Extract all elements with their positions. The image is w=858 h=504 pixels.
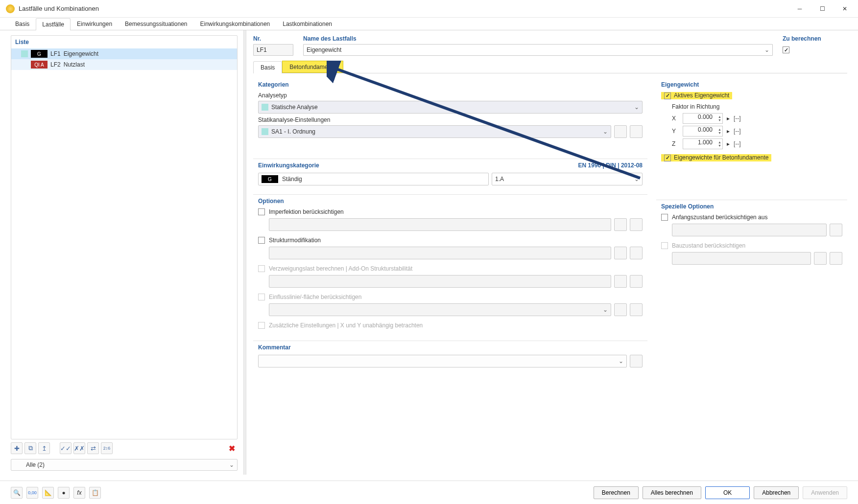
lc-code: LF1 bbox=[50, 50, 61, 57]
titlebar: Lastfälle und Kombinationen ─ ☐ ✕ bbox=[0, 0, 858, 18]
list-header: Liste bbox=[11, 36, 237, 48]
copy-icon[interactable]: ⧉ bbox=[24, 442, 36, 454]
tab-bemessung[interactable]: Bemessungssituationen bbox=[119, 18, 193, 30]
ok-button[interactable]: OK bbox=[705, 486, 750, 499]
tab-basis[interactable]: Basis bbox=[9, 18, 36, 30]
maximize-button[interactable]: ☐ bbox=[811, 1, 834, 16]
imperfektion-combo[interactable] bbox=[269, 218, 611, 231]
imperfektion-check[interactable] bbox=[258, 208, 265, 215]
zusatz-check bbox=[258, 322, 265, 329]
struktur-check[interactable] bbox=[258, 237, 265, 244]
anfang-check[interactable] bbox=[661, 214, 668, 221]
list-item[interactable]: G LF1 Eigengewicht bbox=[11, 48, 237, 59]
kommentar-title: Kommentar bbox=[258, 344, 643, 351]
kommentar-edit-icon[interactable] bbox=[630, 355, 643, 367]
edit-icon bbox=[630, 275, 643, 288]
subtab-betonfundamente[interactable]: Betonfundamente bbox=[282, 61, 343, 73]
alles-berechnen-button[interactable]: Alles berechnen bbox=[643, 486, 701, 499]
edit-settings-icon[interactable] bbox=[630, 125, 643, 138]
statik-label: Statikanalyse-Einstellungen bbox=[258, 116, 643, 123]
einfluss-combo: ⌄ bbox=[269, 303, 611, 316]
new-settings-icon[interactable] bbox=[614, 125, 627, 138]
edit-icon[interactable] bbox=[630, 218, 643, 231]
uncheck-all-icon[interactable]: ✗✗ bbox=[73, 442, 85, 454]
einwirkung-combo[interactable]: GStändig bbox=[258, 173, 489, 185]
minimize-button[interactable]: ─ bbox=[788, 1, 811, 16]
aktiv-eigengewicht-check[interactable] bbox=[664, 92, 671, 99]
calc-label: Zu berechnen bbox=[783, 35, 847, 42]
faktor-y-input[interactable]: 0.000▲▼ bbox=[683, 126, 723, 137]
lc-name: Eigengewicht bbox=[64, 50, 98, 57]
footer: 🔍 0,00 📐 ● fx 📋 Berechnen Alles berechne… bbox=[0, 481, 858, 504]
filter-combo[interactable]: Alle (2) ⌄ bbox=[11, 459, 238, 471]
nr-label: Nr. bbox=[253, 35, 293, 42]
swap-icon[interactable]: ⇄ bbox=[87, 442, 99, 454]
tab-einwkombos[interactable]: Einwirkungskombinationen bbox=[194, 18, 277, 30]
name-label: Name des Lastfalls bbox=[303, 35, 773, 42]
lc-name: Nutzlast bbox=[64, 61, 85, 68]
sort-icon[interactable]: 2↕6 bbox=[101, 442, 113, 454]
decimals-icon[interactable]: 0,00 bbox=[26, 487, 38, 499]
analysetyp-label: Analysetyp bbox=[258, 92, 643, 99]
new-icon bbox=[614, 303, 627, 316]
anfang-combo[interactable] bbox=[672, 224, 827, 236]
statik-combo[interactable]: SA1 - I. Ordnung⌄ bbox=[258, 125, 611, 138]
tab-lastkombos[interactable]: Lastkombinationen bbox=[276, 18, 338, 30]
edit-icon[interactable] bbox=[630, 247, 643, 259]
badge-g: G bbox=[31, 50, 48, 58]
badge-qi: QI A bbox=[31, 61, 48, 69]
optionen-title: Optionen bbox=[258, 198, 643, 205]
import-icon[interactable]: ↥ bbox=[38, 442, 50, 454]
faktor-z-input[interactable]: 1.000▲▼ bbox=[683, 138, 723, 149]
new-icon[interactable] bbox=[614, 247, 627, 259]
tab-einwirkungen[interactable]: Einwirkungen bbox=[71, 18, 119, 30]
chevron-down-icon: ⌄ bbox=[764, 46, 769, 53]
bauzustand-combo bbox=[672, 252, 811, 265]
new-icon[interactable]: ✚ bbox=[11, 442, 23, 454]
analysetyp-combo[interactable]: Statische Analyse⌄ bbox=[258, 101, 643, 114]
faktor-label: Faktor in Richtung bbox=[672, 103, 842, 110]
calc-checkbox[interactable] bbox=[783, 46, 789, 53]
beton-eigengewicht-check[interactable] bbox=[664, 155, 671, 161]
struktur-combo[interactable] bbox=[269, 247, 611, 259]
edit-icon[interactable] bbox=[830, 224, 842, 236]
function-icon[interactable]: fx bbox=[73, 487, 85, 499]
berechnen-button[interactable]: Berechnen bbox=[594, 486, 639, 499]
nr-input[interactable]: LF1 bbox=[253, 44, 293, 56]
chevron-down-icon: ⌄ bbox=[229, 461, 234, 468]
delete-icon[interactable]: ✖ bbox=[226, 442, 238, 454]
load-case-list: G LF1 Eigengewicht QI A LF2 Nutzlast bbox=[11, 48, 237, 439]
tab-lastfaelle[interactable]: Lastfälle bbox=[36, 18, 71, 30]
subtab-basis[interactable]: Basis bbox=[253, 61, 282, 73]
calendar-icon[interactable]: 📋 bbox=[89, 487, 101, 499]
eigengewicht-title: Eigengewicht bbox=[661, 81, 842, 88]
edit-icon bbox=[830, 252, 842, 265]
verzweigung-combo bbox=[269, 275, 611, 288]
kommentar-combo[interactable]: ⌄ bbox=[258, 355, 627, 367]
new-icon bbox=[814, 252, 827, 265]
search-icon[interactable]: 🔍 bbox=[11, 487, 23, 499]
lc-code: LF2 bbox=[50, 61, 61, 68]
window-title: Lastfälle und Kombinationen bbox=[19, 5, 788, 12]
faktor-x-input[interactable]: 0.000▲▼ bbox=[683, 113, 723, 124]
verzweigung-check bbox=[258, 265, 265, 272]
close-button[interactable]: ✕ bbox=[834, 1, 856, 16]
bauzustand-check bbox=[661, 242, 668, 249]
check-all-icon[interactable]: ✓✓ bbox=[60, 442, 72, 454]
norm-label: EN 1990 | DIN | 2012-08 bbox=[578, 162, 643, 169]
list-toolbar: ✚ ⧉ ↥ ✓✓ ✗✗ ⇄ 2↕6 ✖ bbox=[11, 439, 238, 457]
einfluss-check bbox=[258, 294, 265, 300]
filter-label: Alle (2) bbox=[26, 461, 45, 468]
abbrechen-button[interactable]: Abbrechen bbox=[754, 486, 799, 499]
units-icon[interactable]: 📐 bbox=[42, 487, 54, 499]
list-item[interactable]: QI A LF2 Nutzlast bbox=[11, 59, 237, 70]
new-icon bbox=[614, 275, 627, 288]
right-pane: Nr. LF1 Name des Lastfalls Eigengewicht⌄… bbox=[246, 30, 858, 475]
einwirkung-code-combo[interactable]: 1.A⌄ bbox=[492, 173, 643, 185]
new-icon[interactable] bbox=[614, 218, 627, 231]
sub-tabs: Basis Betonfundamente bbox=[253, 61, 847, 73]
dot-icon[interactable]: ● bbox=[58, 487, 70, 499]
name-combo[interactable]: Eigengewicht⌄ bbox=[303, 44, 773, 56]
left-pane: Liste G LF1 Eigengewicht QI A LF2 Nutzla… bbox=[0, 30, 243, 475]
app-icon bbox=[6, 4, 15, 13]
